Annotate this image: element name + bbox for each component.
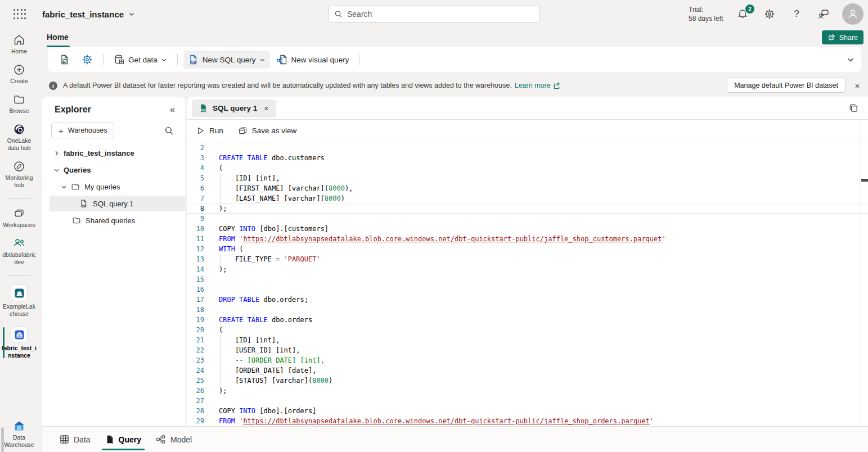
line-content: (: [204, 325, 868, 335]
nav-onelake-data-hub[interactable]: OneLake data hub: [0, 123, 38, 152]
feedback-icon: [818, 8, 829, 20]
workspace-switcher[interactable]: fabric_test_instance: [42, 0, 135, 28]
line-content: [204, 214, 868, 224]
code-line[interactable]: 25 [STATUS] [varchar](8000): [187, 376, 868, 386]
code-line[interactable]: 28COPY INTO [dbo].[orders]: [187, 406, 868, 416]
code-line[interactable]: 20(: [187, 325, 868, 335]
search-input[interactable]: [347, 10, 534, 19]
global-search[interactable]: [328, 6, 540, 22]
refresh-dataset-button[interactable]: [55, 51, 75, 69]
code-line[interactable]: 3CREATE TABLE dbo.customers: [187, 153, 868, 163]
code-line[interactable]: 4(: [187, 163, 868, 173]
code-line[interactable]: 19CREATE TABLE dbo.orders: [187, 315, 868, 325]
code-line[interactable]: 17DROP TABLE dbo.orders;: [187, 295, 868, 305]
line-content: (: [204, 163, 868, 173]
line-number: 25: [187, 376, 204, 386]
run-button[interactable]: Run: [196, 126, 223, 135]
feedback-button[interactable]: [817, 7, 830, 21]
collapse-panel-icon[interactable]: «: [170, 105, 175, 115]
nav-workspace-dbtlabsfabricdev[interactable]: dbtlabsfabricdev: [0, 237, 38, 266]
nav-monitoring-hub[interactable]: Monitoring hub: [0, 160, 38, 189]
code-line[interactable]: 18: [187, 305, 868, 315]
nav-create[interactable]: Create: [0, 64, 38, 85]
code-line[interactable]: 12WITH (: [187, 244, 868, 254]
tab-home[interactable]: Home: [47, 28, 69, 47]
code-line[interactable]: 9: [187, 214, 868, 224]
rail-scrollbar-thumb[interactable]: [1, 427, 4, 452]
line-number: 13: [187, 254, 204, 264]
code-line[interactable]: 2: [187, 143, 868, 153]
chevron-down-icon: [161, 57, 167, 63]
code-line[interactable]: 16: [187, 284, 868, 295]
help-button[interactable]: ?: [790, 7, 803, 21]
app-launcher-waffle-icon[interactable]: [12, 8, 27, 20]
code-line[interactable]: 7 [LAST_NAME] [varchar](8000): [187, 193, 868, 204]
chevron-down-icon: [847, 56, 854, 64]
new-visual-query-button[interactable]: New visual query: [272, 51, 354, 69]
nav-item-fabric-test-instance[interactable]: fabric_test_instance: [0, 326, 38, 359]
user-avatar[interactable]: [842, 3, 863, 25]
code-line[interactable]: 14);: [187, 264, 868, 274]
tree-item-sql-query-1[interactable]: SQL SQL query 1: [50, 196, 185, 211]
tree-item-shared-queries[interactable]: Shared queries: [42, 213, 185, 228]
sql-file-icon: SQL: [188, 54, 199, 65]
code-line[interactable]: 6 [FIRST_NAME] [varchar](8000),: [187, 183, 868, 193]
chevron-down-icon: [53, 167, 60, 173]
tree-item-queries[interactable]: Queries: [42, 162, 185, 178]
code-line[interactable]: 13 FILE_TYPE = 'PARQUET': [187, 254, 868, 264]
code-line[interactable]: 26);: [187, 386, 868, 396]
sql-code-editor[interactable]: 23CREATE TABLE dbo.customers4(5 [ID] [in…: [187, 142, 868, 426]
tab-query[interactable]: Query: [102, 427, 145, 452]
manage-default-dataset-button[interactable]: Manage default Power BI dataset: [727, 78, 845, 93]
tree-item-my-queries[interactable]: My queries: [42, 179, 185, 195]
line-number: 6: [187, 183, 204, 193]
settings-button[interactable]: [763, 7, 776, 21]
view-switcher-bar: Data Query Model: [42, 426, 868, 452]
query-settings-button[interactable]: [77, 51, 97, 69]
code-line[interactable]: 8);: [187, 204, 868, 214]
tree-item-warehouse[interactable]: fabric_test_instance: [42, 145, 185, 161]
line-content: CREATE TABLE dbo.customers: [204, 153, 868, 163]
line-number: 28: [187, 406, 204, 416]
copy-icon[interactable]: [848, 103, 859, 114]
code-line[interactable]: 27: [187, 396, 868, 406]
tab-model[interactable]: Model: [152, 427, 195, 452]
nav-workspaces[interactable]: Workspaces: [0, 207, 38, 229]
code-line[interactable]: 22 [USER_ID] [int],: [187, 345, 868, 355]
nav-home[interactable]: Home: [0, 34, 38, 55]
explorer-search-button[interactable]: [164, 126, 174, 135]
line-number: 17: [187, 295, 204, 305]
editor-scrollbar-track[interactable]: [860, 120, 860, 426]
line-number: 16: [187, 284, 204, 295]
query-toolbar: Run Save as view: [187, 120, 868, 142]
code-line[interactable]: 15: [187, 274, 868, 284]
editor-scrollbar-indicator[interactable]: [861, 179, 868, 182]
query-tab-sql-query-1[interactable]: SQL SQL query 1 ×: [192, 100, 276, 117]
code-line[interactable]: 24 [ORDER_DATE] [date],: [187, 365, 868, 376]
code-line[interactable]: 10COPY INTO [dbo].[customers]: [187, 224, 868, 234]
learn-more-link[interactable]: Learn more: [515, 82, 560, 89]
banner-close-button[interactable]: ×: [851, 79, 863, 92]
command-bar-overflow-button[interactable]: [847, 56, 854, 64]
nav-browse[interactable]: Browse: [0, 93, 38, 115]
new-sql-query-button[interactable]: SQL New SQL query: [183, 51, 270, 69]
line-number: 4: [187, 163, 204, 173]
active-tab-underline: [102, 449, 145, 450]
share-button[interactable]: Share: [822, 30, 863, 44]
close-tab-icon[interactable]: ×: [262, 103, 271, 114]
nav-data-warehouse[interactable]: Data Warehouse: [0, 420, 38, 449]
get-data-button[interactable]: Get data: [109, 51, 172, 69]
tab-data[interactable]: Data: [56, 427, 94, 452]
nav-item-examplelakehouse[interactable]: ExampleLakehouse: [0, 284, 38, 318]
save-as-view-button[interactable]: Save as view: [238, 126, 297, 135]
code-line[interactable]: 11FROM 'https://dbtlabsynapsedatalake.bl…: [187, 234, 868, 244]
code-line[interactable]: 21 [ID] [int],: [187, 335, 868, 345]
rail-divider: [8, 275, 30, 276]
code-line[interactable]: 5 [ID] [int],: [187, 173, 868, 183]
line-number: 2: [187, 143, 204, 153]
line-content: CREATE TABLE dbo.orders: [204, 315, 868, 325]
line-content: );: [204, 264, 868, 274]
add-warehouses-button[interactable]: + Warehouses: [51, 123, 114, 138]
code-line[interactable]: 29FROM 'https://dbtlabsynapsedatalake.bl…: [187, 416, 868, 426]
code-line[interactable]: 23 -- [ORDER_DATE] [int],: [187, 355, 868, 365]
